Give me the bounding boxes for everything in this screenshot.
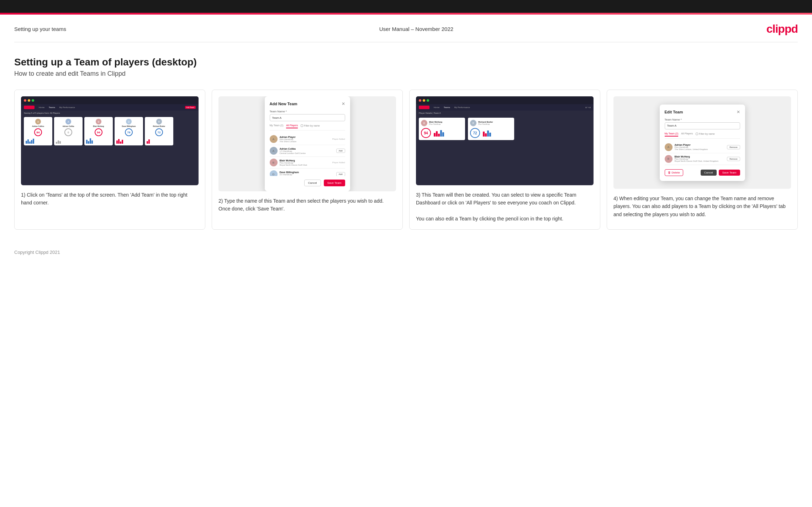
pclub-4b: The Ding Mang Golf Club bbox=[280, 176, 334, 176]
remove-btn-2[interactable]: Remove bbox=[727, 157, 740, 161]
score-header-1: B Blair McHarg Plus Handicap bbox=[421, 120, 463, 126]
bars-mock-1 bbox=[26, 137, 51, 144]
pclub-1b: The Shire London bbox=[280, 140, 330, 143]
delete-button[interactable]: 🗑 Delete bbox=[665, 169, 683, 176]
player-mock-1: A Adrian Collins 84 bbox=[24, 117, 52, 145]
card-3-description: 3) This Team will then be created. You c… bbox=[416, 191, 594, 223]
page-actions-mock: ⊞ ✎ ⊞ bbox=[585, 106, 591, 108]
mockup-3-nav: Home Teams My Performance ⊞ ✎ ⊞ bbox=[416, 104, 594, 111]
bar-14 bbox=[118, 139, 120, 144]
pstatus-3: Player Added bbox=[332, 161, 345, 164]
logo-mock-3 bbox=[419, 106, 429, 109]
player-mock-3: B Blair McHarg 94 bbox=[84, 117, 113, 145]
avatar-mock-4: D bbox=[126, 119, 132, 124]
dialog-edit-header: Edit Team ✕ bbox=[665, 110, 740, 114]
score-mock-4: 78 bbox=[125, 128, 133, 136]
edit-cancel-button[interactable]: Cancel bbox=[701, 170, 717, 176]
mockup-3-topbar bbox=[416, 96, 594, 104]
score-header-2: R Richard Butler Plus Handicap bbox=[470, 120, 512, 126]
edit-save-team-button[interactable]: Save Team bbox=[719, 170, 740, 176]
pstatus-1: Player Added bbox=[332, 138, 345, 140]
bar-3 bbox=[29, 142, 31, 144]
score-row-2: 72 bbox=[470, 128, 512, 138]
player-mock-5: R Richard Butler 72 bbox=[145, 117, 173, 145]
screenshot-2: Add New Team ✕ Team Name * Team A My Tea… bbox=[218, 96, 396, 191]
pclub-3b: Royal North Devon Golf Club bbox=[280, 164, 330, 166]
bar-16 bbox=[122, 140, 123, 144]
dot-red bbox=[24, 99, 26, 102]
player-info-3: Blair McHarg Plus Handicap Royal North D… bbox=[280, 159, 330, 166]
dot-yellow bbox=[28, 99, 30, 102]
bar-11 bbox=[90, 138, 91, 144]
sb9 bbox=[489, 133, 491, 137]
sb7 bbox=[485, 133, 487, 137]
edit-pname-2: Blair McHarg bbox=[675, 155, 725, 158]
dialog-title: Add New Team bbox=[270, 102, 297, 106]
tab-my-team[interactable]: My Team (2) bbox=[270, 124, 284, 128]
bar-8 bbox=[59, 141, 61, 144]
card-1-description: 1) Click on 'Teams' at the top of the sc… bbox=[21, 191, 199, 223]
page-subtitle: How to create and edit Teams in Clippd bbox=[14, 70, 798, 78]
sb8 bbox=[487, 130, 489, 137]
save-team-button[interactable]: Save Team bbox=[324, 180, 345, 186]
bars-group-2 bbox=[483, 129, 512, 137]
dot-green-3 bbox=[427, 99, 429, 102]
top-bar bbox=[0, 0, 812, 13]
edit-pclub-2b: Royal North Devon Golf Club, United King… bbox=[675, 160, 725, 162]
sclub-2: Plus Handicap bbox=[478, 123, 493, 125]
tab-all-players[interactable]: All Players bbox=[286, 124, 298, 128]
add-btn-2[interactable]: Add bbox=[336, 149, 345, 153]
remove-btn-1[interactable]: Remove bbox=[727, 145, 740, 149]
avatar-2: A bbox=[270, 147, 278, 155]
tab-filter[interactable]: Filter by name bbox=[301, 124, 320, 128]
sb5 bbox=[442, 132, 444, 137]
score-card-1: B Blair McHarg Plus Handicap 94 bbox=[419, 118, 465, 140]
player-mock-2: A Adrian Coliba 0 bbox=[54, 117, 83, 145]
avatar-mock-2: A bbox=[65, 119, 71, 124]
nav-teams: Teams bbox=[49, 106, 55, 108]
checkbox-filter bbox=[301, 124, 303, 127]
sb3 bbox=[438, 134, 440, 137]
add-btn-4[interactable]: Add bbox=[336, 172, 345, 176]
avatar-3: B bbox=[270, 159, 278, 166]
edit-dialog-footer: 🗑 Delete Cancel Save Team bbox=[665, 169, 740, 176]
checkbox-filter-edit bbox=[696, 133, 698, 135]
avatar-mock-5: R bbox=[156, 119, 162, 124]
pname-4: Dave Billingham bbox=[280, 171, 334, 174]
edit-team-name-input[interactable]: Team A bbox=[665, 122, 740, 129]
edit-tab-my-team[interactable]: My Team (2) bbox=[665, 132, 679, 137]
player-info-1: Adrian Player Plus Handicap The Shire Lo… bbox=[280, 136, 330, 143]
bar-1 bbox=[26, 141, 27, 144]
dialog-edit-close-icon[interactable]: ✕ bbox=[737, 110, 740, 114]
edit-tab-all-players[interactable]: All Players bbox=[681, 132, 693, 137]
nav-home: Home bbox=[39, 106, 44, 108]
cancel-button[interactable]: Cancel bbox=[304, 180, 321, 186]
bar-4 bbox=[31, 140, 32, 144]
screenshot-4: Edit Team ✕ Team Name * Team A My Team (… bbox=[613, 96, 791, 189]
player-row-4: D Dave Billingham 3.5 Handicap The Ding … bbox=[270, 169, 345, 176]
score-bars-2 bbox=[483, 129, 512, 137]
avatar-s2: R bbox=[470, 120, 476, 126]
page-title-section: Setting up a Team of players (desktop) H… bbox=[0, 42, 812, 86]
dialog-add-team: Add New Team ✕ Team Name * Team A My Tea… bbox=[265, 96, 350, 191]
dialog-close-icon[interactable]: ✕ bbox=[342, 101, 345, 106]
mockup-1-nav: Home Teams My Performance Add Team bbox=[21, 104, 199, 111]
edit-tab-filter[interactable]: Filter by name bbox=[696, 132, 715, 137]
add-team-btn-mock: Add Team bbox=[185, 106, 196, 109]
dot-yellow-3 bbox=[423, 99, 425, 102]
edit-player-info-1: Adrian Player Plus Handicap The Shire Lo… bbox=[675, 144, 725, 150]
bar-6 bbox=[56, 142, 57, 144]
team-name-label: Team Name * bbox=[270, 110, 345, 113]
sclub-1: Plus Handicap bbox=[429, 123, 442, 125]
edit-avatar-2: B bbox=[665, 155, 673, 163]
card-3: Home Teams My Performance ⊞ ✎ ⊞ Player D… bbox=[409, 90, 600, 230]
footer-right-btns: Cancel Save Team bbox=[701, 170, 740, 176]
dialog-edit-tabs: My Team (2) All Players Filter by name bbox=[665, 132, 740, 139]
copyright-text: Copyright Clippd 2021 bbox=[14, 250, 60, 255]
player-info-4: Dave Billingham 3.5 Handicap The Ding Ma… bbox=[280, 171, 334, 176]
bar-17 bbox=[147, 141, 148, 144]
avatar-mock-3: B bbox=[96, 119, 101, 124]
team-name-input[interactable]: Team A bbox=[270, 114, 345, 121]
player-row-2: A Adrian Coliba 1.5 Handicap Central Lon… bbox=[270, 145, 345, 157]
bar-12 bbox=[91, 140, 93, 144]
